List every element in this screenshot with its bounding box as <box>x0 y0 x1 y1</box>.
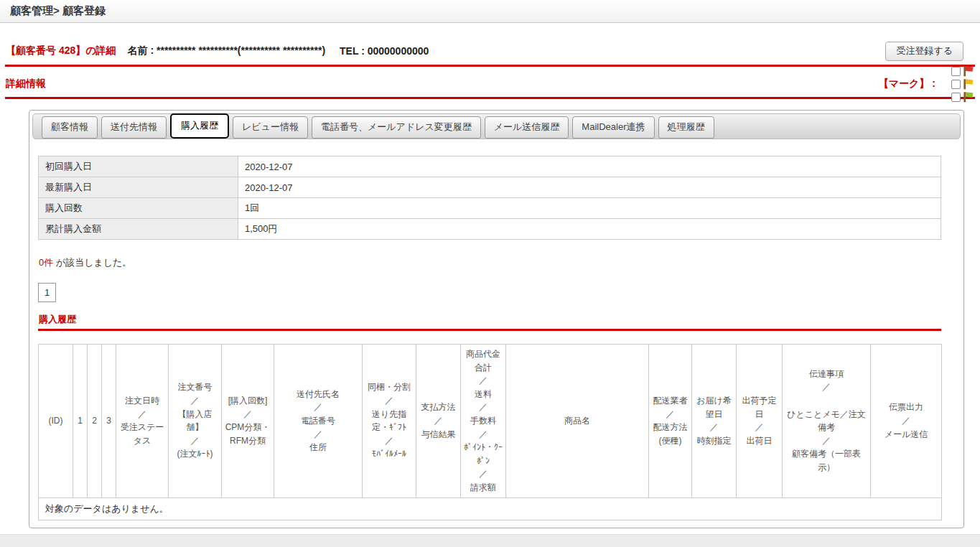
summary-value-cell: 1回 <box>238 198 941 219</box>
column-header: 送付先氏名 ／ 電話番号 ／ 住所 <box>274 345 363 498</box>
column-header: 2 <box>88 345 102 498</box>
column-header: 支払方法 ／ 与信結果 <box>416 345 461 498</box>
table-row: 対象のデータはありません。 <box>39 497 942 520</box>
column-header: お届け希望日 ／ 時刻指定 <box>692 345 737 498</box>
tab-item[interactable]: 送付先情報 <box>101 116 167 139</box>
column-header: 商品代金合計 ／ 送料 ／ 手数料 ／ ﾎﾟｲﾝﾄ・ｸｰﾎﾟﾝ ／ 請求額 <box>461 345 506 498</box>
summary-row: 最新購入日2020-12-07 <box>39 177 941 198</box>
purchase-summary-table: 初回購入日2020-12-07最新購入日2020-12-07購入回数1回累計購入… <box>38 156 941 240</box>
customer-number-title: 【顧客番号 428】の詳細 <box>6 45 116 57</box>
result-line: 0件 が該当しました。 <box>39 256 963 269</box>
column-header: 注文番号 ／ 【購入店舗】 ／ (注文ﾙｰﾄ) <box>169 345 222 498</box>
breadcrumb: 顧客管理> 顧客登録 <box>10 4 106 18</box>
column-header: 同梱・分割 ／ 送り先指定・ｷﾞﾌﾄ ／ ﾓﾊﾞｲﾙﾒｰﾙ <box>363 345 416 498</box>
summary-row: 累計購入金額1,500円 <box>39 219 941 240</box>
divider <box>5 97 975 99</box>
summary-label-cell: 購入回数 <box>39 198 238 219</box>
footer-bar <box>0 534 980 547</box>
detail-tab-panel: 顧客情報送付先情報購入履歴レビュー情報電話番号、メールアドレス変更履歴メール送信… <box>29 110 964 528</box>
red-flag-icon <box>961 65 974 78</box>
column-header: 出荷予定日 ／ 出荷日 <box>737 345 783 498</box>
column-header: 伝達事項 ／ ひとことメモ／注文備考 ／ 顧客備考（一部表示） <box>783 345 871 498</box>
column-header: (ID) <box>39 345 73 498</box>
mark-label: 【マーク】 : <box>879 78 935 90</box>
empty-message-cell: 対象のデータはありません。 <box>39 497 942 520</box>
mark-checkbox[interactable] <box>951 93 961 102</box>
summary-value-cell: 2020-12-07 <box>238 177 941 198</box>
column-header: 伝票出力 ／ メール送信 <box>871 345 942 498</box>
tab-item[interactable]: 購入履歴 <box>170 113 229 139</box>
tab-item[interactable]: 顧客情報 <box>42 116 98 139</box>
column-header: 3 <box>102 345 116 498</box>
detail-info-title: 詳細情報 <box>6 78 46 90</box>
result-count: 0件 <box>39 257 53 268</box>
tab-strip: 顧客情報送付先情報購入履歴レビュー情報電話番号、メールアドレス変更履歴メール送信… <box>32 113 961 139</box>
divider <box>5 65 975 67</box>
column-header: [購入回数] ／ CPM分類・RFM分類 <box>222 345 274 498</box>
yellow-flag-icon <box>961 78 974 90</box>
mark-flags <box>941 65 974 103</box>
mark-checkbox[interactable] <box>951 67 961 76</box>
tab-item[interactable]: MailDealer連携 <box>572 116 654 139</box>
customer-tel: TEL : 00000000000 <box>340 45 429 57</box>
summary-label-cell: 初回購入日 <box>39 156 238 177</box>
top-bar: 顧客管理> 顧客登録 <box>0 0 980 23</box>
mark-pair <box>951 78 974 90</box>
summary-label-cell: 最新購入日 <box>39 177 238 198</box>
purchase-history-table: (ID)123注文日時 ／ 受注ステータス注文番号 ／ 【購入店舗】 ／ (注文… <box>38 344 942 520</box>
column-header: 注文日時 ／ 受注ステータス <box>116 345 169 498</box>
tab-item[interactable]: メール送信履歴 <box>485 116 569 139</box>
mark-pair <box>951 90 974 103</box>
summary-value-cell: 2020-12-07 <box>238 156 941 177</box>
summary-label-cell: 累計購入金額 <box>39 219 238 240</box>
column-header: 配送業者 ／ 配送方法 (便種) <box>649 345 692 498</box>
mark-pair <box>951 65 974 78</box>
register-order-button[interactable]: 受注登録する <box>885 42 963 61</box>
purchase-history-title: 購入履歴 <box>39 313 963 326</box>
column-header: 1 <box>73 345 88 498</box>
column-header: 商品名 <box>506 345 649 498</box>
summary-value-cell: 1,500円 <box>238 219 941 240</box>
customer-name: 名前 : ********** **********(********** **… <box>128 45 325 57</box>
tab-item[interactable]: 電話番号、メールアドレス変更履歴 <box>312 116 481 139</box>
divider <box>38 329 941 331</box>
tab-item[interactable]: 処理履歴 <box>658 116 714 139</box>
summary-row: 初回購入日2020-12-07 <box>39 156 941 177</box>
tab-item[interactable]: レビュー情報 <box>233 116 308 139</box>
summary-row: 購入回数1回 <box>39 198 941 219</box>
customer-header: 【顧客番号 428】の詳細 名前 : ********** **********… <box>0 42 980 60</box>
mark-area: 【マーク】 : <box>879 65 974 103</box>
detail-header: 詳細情報 【マーク】 : <box>0 76 980 92</box>
green-flag-icon <box>961 90 974 103</box>
mark-checkbox[interactable] <box>951 80 961 89</box>
pagination-page-1[interactable]: 1 <box>38 283 56 302</box>
result-message: が該当しました。 <box>53 257 131 268</box>
